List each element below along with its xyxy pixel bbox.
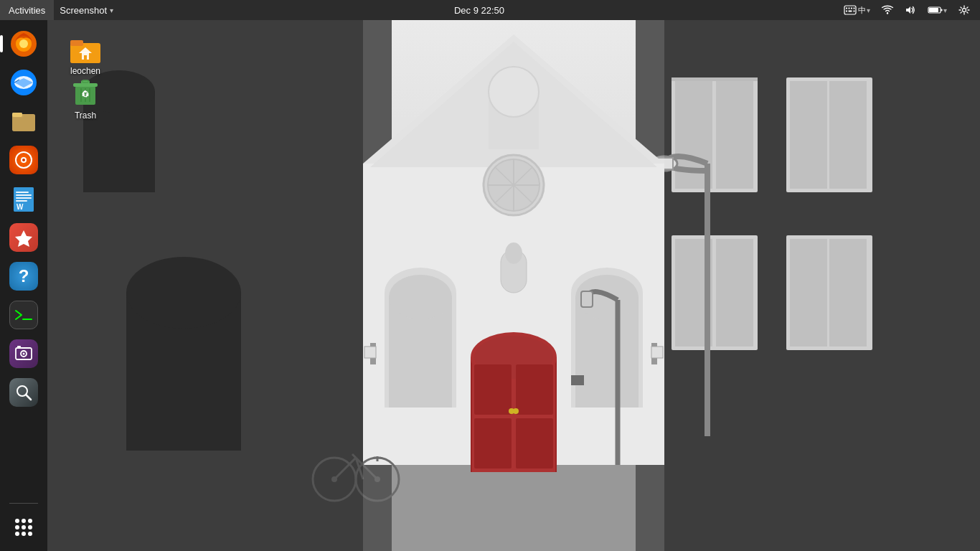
appstore-icon-bg bbox=[9, 223, 38, 252]
svg-rect-61 bbox=[672, 77, 758, 81]
activities-button[interactable]: Activities bbox=[0, 0, 54, 20]
dock: W ? bbox=[0, 20, 47, 551]
svg-rect-29 bbox=[16, 194, 32, 196]
svg-rect-22 bbox=[12, 113, 22, 117]
svg-rect-4 bbox=[854, 8, 855, 9]
settings-icon bbox=[958, 5, 970, 15]
svg-rect-127 bbox=[70, 40, 83, 46]
svg-rect-67 bbox=[716, 239, 753, 347]
svg-rect-5 bbox=[846, 11, 847, 12]
desktop-icon-trash[interactable]: Trash bbox=[53, 70, 118, 126]
svg-rect-31 bbox=[16, 200, 27, 202]
svg-rect-3 bbox=[851, 8, 852, 9]
input-arrow: ▾ bbox=[867, 6, 870, 14]
svg-rect-37 bbox=[17, 346, 21, 348]
system-menu[interactable] bbox=[954, 0, 974, 20]
keyboard-icon bbox=[844, 5, 857, 15]
battery-icon bbox=[928, 5, 943, 15]
svg-rect-69 bbox=[790, 239, 827, 347]
activities-label: Activities bbox=[9, 5, 45, 16]
input-indicator[interactable]: 中 ▾ bbox=[839, 0, 875, 20]
dock-item-rhythmbox[interactable] bbox=[6, 142, 42, 178]
svg-rect-124 bbox=[581, 291, 593, 307]
svg-point-45 bbox=[28, 525, 32, 529]
topbar-app-arrow: ▾ bbox=[110, 6, 113, 14]
svg-rect-7 bbox=[854, 11, 855, 12]
terminal-icon-bg bbox=[9, 301, 38, 329]
search-icon bbox=[14, 383, 33, 402]
svg-point-48 bbox=[28, 532, 32, 536]
firefox-icon bbox=[9, 29, 38, 58]
dock-separator bbox=[9, 503, 38, 504]
svg-point-8 bbox=[887, 12, 888, 14]
files-icon bbox=[9, 107, 38, 136]
dock-item-thunderbird[interactable] bbox=[6, 65, 42, 100]
terminal-icon bbox=[14, 307, 34, 323]
help-icon: ? bbox=[19, 268, 29, 285]
svg-rect-6 bbox=[849, 11, 852, 12]
desktop: leochen Trash bbox=[47, 20, 980, 551]
svg-point-41 bbox=[22, 519, 26, 523]
home-folder-icon bbox=[69, 33, 102, 63]
topbar-right: 中 ▾ bbox=[839, 0, 980, 20]
battery-arrow: ▾ bbox=[943, 6, 947, 14]
svg-rect-1 bbox=[846, 8, 847, 9]
screenshot-icon-bg bbox=[9, 339, 38, 368]
svg-point-46 bbox=[15, 532, 19, 536]
svg-rect-0 bbox=[844, 6, 856, 14]
wifi-indicator[interactable] bbox=[877, 0, 897, 20]
svg-line-39 bbox=[26, 395, 31, 400]
topbar: Activities Screenshot ▾ Dec 9 22:50 中 ▾ bbox=[0, 0, 980, 20]
appgrid-icon bbox=[11, 514, 37, 540]
dock-item-search[interactable] bbox=[6, 375, 42, 410]
dock-item-appstore[interactable] bbox=[6, 220, 42, 255]
svg-text:W: W bbox=[17, 203, 24, 211]
wifi-icon bbox=[882, 5, 893, 15]
thunderbird-icon bbox=[9, 68, 38, 97]
svg-point-15 bbox=[19, 39, 28, 48]
dock-item-files[interactable] bbox=[6, 103, 42, 139]
svg-rect-10 bbox=[929, 8, 938, 12]
rhythmbox-icon bbox=[14, 151, 33, 169]
svg-point-47 bbox=[22, 532, 26, 536]
svg-point-25 bbox=[22, 159, 25, 161]
search-icon-bg bbox=[9, 378, 38, 407]
svg-rect-60 bbox=[716, 81, 753, 189]
svg-point-40 bbox=[15, 519, 19, 523]
dock-item-appgrid[interactable] bbox=[6, 509, 42, 545]
writer-icon: W bbox=[9, 184, 38, 213]
svg-rect-70 bbox=[829, 239, 867, 347]
svg-point-43 bbox=[15, 525, 19, 529]
dock-item-help[interactable]: ? bbox=[6, 258, 42, 294]
svg-rect-2 bbox=[849, 8, 850, 9]
help-icon-bg: ? bbox=[9, 262, 38, 291]
topbar-center: Dec 9 22:50 bbox=[119, 5, 839, 16]
svg-rect-30 bbox=[16, 197, 32, 199]
svg-point-42 bbox=[28, 519, 32, 523]
svg-rect-130 bbox=[84, 55, 87, 60]
dock-item-writer[interactable]: W bbox=[6, 181, 42, 217]
screenshot-icon bbox=[14, 344, 33, 363]
svg-rect-122 bbox=[363, 20, 664, 551]
volume-indicator[interactable] bbox=[900, 0, 920, 20]
dock-item-screenshot[interactable] bbox=[6, 336, 42, 372]
topbar-app-menu[interactable]: Screenshot ▾ bbox=[54, 0, 119, 20]
svg-rect-11 bbox=[941, 9, 943, 11]
svg-rect-28 bbox=[16, 192, 29, 193]
volume-icon bbox=[905, 5, 916, 15]
dock-bottom bbox=[6, 500, 42, 551]
svg-point-55 bbox=[126, 257, 241, 329]
trash-icon bbox=[70, 76, 101, 108]
appstore-icon bbox=[14, 227, 34, 248]
svg-rect-63 bbox=[790, 81, 827, 189]
dock-item-firefox[interactable] bbox=[6, 26, 42, 62]
battery-indicator[interactable]: ▾ bbox=[923, 0, 951, 20]
svg-point-44 bbox=[22, 525, 26, 529]
rhythmbox-icon-bg bbox=[9, 146, 38, 174]
svg-point-36 bbox=[23, 353, 25, 355]
trash-label: Trash bbox=[75, 110, 96, 121]
svg-point-12 bbox=[963, 9, 966, 12]
dock-item-terminal[interactable] bbox=[6, 297, 42, 333]
topbar-app-name: Screenshot bbox=[60, 5, 107, 16]
wallpaper bbox=[47, 20, 980, 551]
